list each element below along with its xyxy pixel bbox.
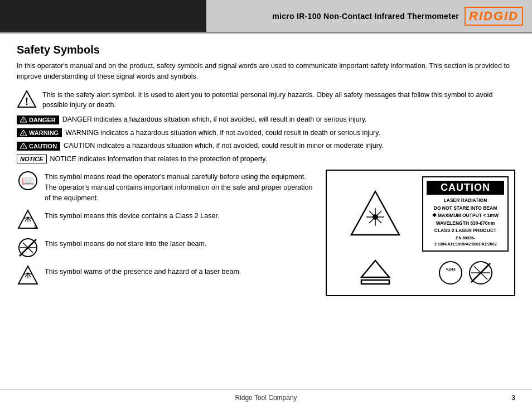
notice-badge: NOTICE [17, 155, 47, 163]
manual-icon: 📖 [17, 170, 39, 192]
laserwarn-row: This symbol warns of the presence and ha… [17, 264, 315, 287]
svg-text:📖: 📖 [22, 175, 35, 187]
svg-rect-38 [361, 280, 389, 284]
notice-row: NOTICE NOTICE indicates information that… [17, 155, 515, 165]
danger-description: DANGER indicates a hazardous situation w… [62, 115, 367, 125]
notice-description: NOTICE indicates information that relate… [50, 155, 268, 165]
caution-description: CAUTION indicates a hazardous situation … [64, 141, 384, 151]
caution-badge: ! CAUTION [17, 142, 60, 151]
manual-symbol-text: This symbol means read the operator's ma… [45, 170, 315, 203]
caution-line6: EN 60825-1:1994/A11:1996/A2:2001/A1:2002 [427, 235, 504, 247]
bottom-section: 📖 This symbol means read the operator's … [17, 170, 515, 296]
product-title: micro IR-100 Non-Contact Infrared Thermo… [272, 12, 459, 21]
caution-label: CAUTION [29, 143, 57, 150]
right-laser-triangle [350, 189, 400, 239]
warning-description: WARNING indicates a hazardous situation … [65, 128, 380, 138]
main-content: Safety Symbols In this operator's manual… [0, 33, 532, 302]
bottom-left: 📖 This symbol means read the operator's … [17, 170, 315, 296]
page-header: micro IR-100 Non-Contact Infrared Thermo… [0, 0, 532, 33]
caution-warning-box: CAUTION LASER RADIATION DO NOT STARE INT… [422, 176, 509, 252]
danger-label: DANGER [29, 117, 56, 123]
class2-text: This symbol means this device contains a… [45, 209, 315, 221]
safety-alert-text: This is the safety alert symbol. It is u… [42, 90, 515, 111]
caution-line5: CLASS 2 LASER PRODUCT [427, 227, 504, 235]
caution-line1: LASER RADIATION [427, 197, 504, 205]
svg-text:!: ! [23, 132, 24, 136]
page-footer: Ridge Tool Company 3 [0, 389, 532, 405]
warning-row: ! WARNING WARNING indicates a hazardous … [17, 128, 515, 138]
laserwarn-icon [17, 264, 39, 287]
class2-nostare-symbol: >1/4s [437, 259, 495, 287]
manual-symbol-row: 📖 This symbol means read the operator's … [17, 170, 315, 203]
notice-label: NOTICE [20, 156, 43, 162]
header-black-block [0, 0, 206, 32]
danger-row: ! DANGER DANGER indicates a hazardous si… [17, 115, 515, 125]
eject-symbol [356, 256, 395, 290]
class2-icon: 2 [17, 209, 39, 231]
caution-box-title: CAUTION [427, 181, 504, 195]
caution-line4: WAVELENGTH 630-670nm [427, 220, 504, 228]
caution-row: ! CAUTION CAUTION indicates a hazardous … [17, 141, 515, 151]
footer-company: Ridge Tool Company [235, 394, 297, 402]
svg-text:>1/4s: >1/4s [446, 267, 456, 271]
right-panel: CAUTION LASER RADIATION DO NOT STARE INT… [326, 170, 515, 296]
svg-text:!: ! [23, 118, 24, 122]
svg-text:2: 2 [34, 224, 37, 230]
laserwarn-text: This symbol warns of the presence and ha… [45, 264, 315, 277]
nostare-icon [17, 237, 39, 259]
warning-label: WARNING [29, 129, 59, 136]
header-right-section: micro IR-100 Non-Contact Infrared Thermo… [206, 0, 532, 32]
svg-point-39 [439, 262, 462, 284]
warning-badge: ! WARNING [17, 128, 62, 137]
safety-alert-icon: ! [17, 90, 37, 109]
safety-alert-row: ! This is the safety alert symbol. It is… [17, 90, 515, 111]
caution-line2: DO NOT STARE INTO BEAM [427, 205, 504, 213]
caution-line3: MAXIMUM OUTPUT < 1mW [438, 212, 499, 220]
nostare-text: This symbol means do not stare into the … [45, 237, 315, 249]
page-title: Safety Symbols [17, 44, 515, 56]
svg-text:!: ! [25, 96, 28, 107]
footer-page-number: 3 [511, 394, 515, 402]
svg-point-36 [373, 214, 378, 220]
nostare-row: This symbol means do not stare into the … [17, 237, 315, 259]
intro-text: In this operator's manual and on the pro… [17, 61, 515, 82]
svg-text:!: ! [23, 144, 24, 148]
class2-row: 2 This symbol means this device contains… [17, 209, 315, 231]
svg-marker-37 [361, 261, 389, 277]
danger-badge: ! DANGER [17, 115, 59, 124]
ridgid-logo: RIDGID [465, 7, 523, 26]
